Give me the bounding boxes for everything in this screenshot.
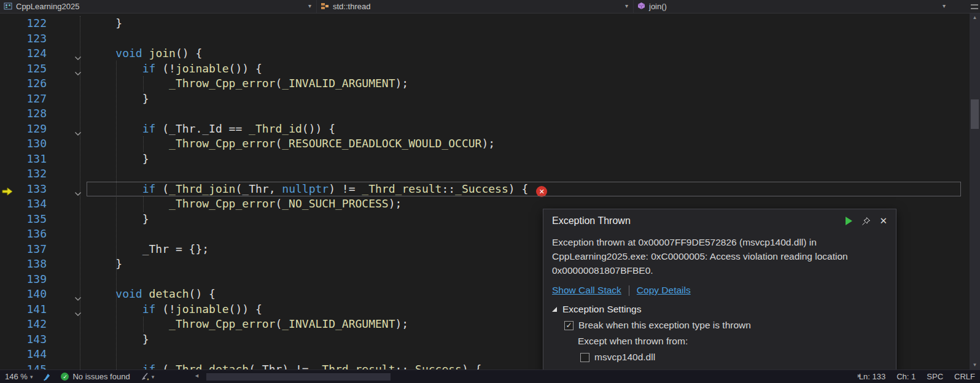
code-line[interactable]: 122 } xyxy=(0,16,970,31)
code-cleanup-button[interactable]: ▾ xyxy=(140,373,155,381)
line-number: 130 xyxy=(0,136,47,152)
fold-chevron-icon[interactable] xyxy=(74,50,84,57)
code-text: } xyxy=(89,257,122,272)
code-line[interactable]: 126 _Throw_Cpp_error(_INVALID_ARGUMENT); xyxy=(0,76,970,91)
line-number: 129 xyxy=(0,122,47,137)
popup-title: Exception Thrown xyxy=(552,215,836,226)
module-checkbox-label: msvcp140d.dll xyxy=(594,352,655,363)
break-checkbox-label: Break when this exception type is thrown xyxy=(578,320,751,331)
chevron-down-icon: ▾ xyxy=(308,2,311,9)
window-split-handle-icon[interactable] xyxy=(971,4,978,9)
code-text: _Throw_Cpp_error(_RESOURCE_DEADLOCK_WOUL… xyxy=(89,136,495,152)
fold-chevron-icon[interactable] xyxy=(74,306,84,313)
line-number: 142 xyxy=(0,317,47,332)
code-line[interactable]: 129 if (_Thr._Id == _Thrd_id()) { xyxy=(0,122,970,137)
blue-marker-icon[interactable] xyxy=(42,373,51,381)
scroll-down-icon[interactable]: ▼ xyxy=(970,361,980,369)
code-line[interactable]: 124 void join() { xyxy=(0,46,970,61)
code-text: _Thr = {}; xyxy=(89,242,209,257)
navigation-bar: CppLearning2025 ▾ std::thread ▾ join() ▾ xyxy=(0,0,980,14)
code-text: if (_Thrd_detach(_Thr) != _Thrd_result::… xyxy=(89,362,481,370)
line-number: 143 xyxy=(0,332,47,347)
continue-button[interactable] xyxy=(844,216,853,226)
line-number: 126 xyxy=(0,76,47,91)
line-number: 122 xyxy=(0,16,47,31)
line-number: 136 xyxy=(0,226,47,242)
line-number: 144 xyxy=(0,347,47,362)
zoom-control[interactable]: 146 % ▾ xyxy=(5,372,33,381)
horizontal-scrollbar[interactable]: ◄ ► xyxy=(194,370,862,383)
line-number: 132 xyxy=(0,166,47,182)
scroll-up-icon[interactable]: ▲ xyxy=(970,14,980,22)
code-text: _Throw_Cpp_error(_INVALID_ARGUMENT); xyxy=(89,76,408,91)
member-dropdown[interactable]: join() ▾ xyxy=(634,0,951,13)
code-line[interactable]: 127 } xyxy=(0,91,970,107)
project-dropdown[interactable]: CppLearning2025 ▾ xyxy=(0,0,317,13)
chevron-down-icon: ▾ xyxy=(625,2,628,9)
class-icon xyxy=(321,1,329,12)
code-line[interactable]: 128 xyxy=(0,106,970,122)
code-text: } xyxy=(89,212,149,227)
project-icon xyxy=(4,1,12,12)
exception-message: Exception thrown at 0x00007FF9DE572826 (… xyxy=(552,235,884,277)
code-line[interactable]: 125 if (!joinable()) { xyxy=(0,61,970,77)
show-call-stack-link[interactable]: Show Call Stack xyxy=(552,285,621,296)
exception-badge-icon[interactable]: ✕ xyxy=(536,186,547,197)
copy-details-link[interactable]: Copy Details xyxy=(637,285,691,296)
scrollbar-thumb[interactable] xyxy=(971,99,979,129)
pin-icon[interactable] xyxy=(861,217,871,226)
scrollbar-thumb[interactable] xyxy=(206,373,391,381)
scope-dropdown[interactable]: std::thread ▾ xyxy=(317,0,634,13)
scope-name: std::thread xyxy=(333,2,370,11)
chevron-down-icon: ▾ xyxy=(152,374,155,380)
code-text: if (!joinable()) { xyxy=(89,61,262,77)
health-label: No issues found xyxy=(72,372,130,381)
exception-popup: Exception Thrown ✕ Exception thrown at 0… xyxy=(543,209,896,373)
code-line[interactable]: 131 } xyxy=(0,152,970,167)
scroll-left-icon[interactable]: ◄ xyxy=(194,373,200,379)
code-line[interactable]: 132 xyxy=(0,166,970,182)
code-line[interactable]: 133 if (_Thrd_join(_Thr, nullptr) != _Th… xyxy=(0,182,970,197)
line-number: 123 xyxy=(0,31,47,47)
close-icon[interactable]: ✕ xyxy=(879,215,887,226)
code-line[interactable]: 123 xyxy=(0,31,970,47)
code-text: } xyxy=(89,16,122,31)
chevron-down-icon: ▾ xyxy=(30,374,33,380)
code-text: _Throw_Cpp_error(_NO_SUCH_PROCESS); xyxy=(89,196,402,212)
fold-chevron-icon[interactable] xyxy=(74,125,84,133)
line-number: 124 xyxy=(0,46,47,61)
settings-header-label: Exception Settings xyxy=(562,304,641,315)
vertical-scrollbar[interactable]: ▲ ▼ xyxy=(970,14,980,369)
fold-chevron-icon[interactable] xyxy=(74,185,84,193)
insert-mode-indicator[interactable]: SPC xyxy=(927,372,943,381)
chevron-down-icon: ▾ xyxy=(943,2,946,9)
code-text: } xyxy=(89,152,149,167)
line-number: 140 xyxy=(0,287,47,302)
code-text: _Throw_Cpp_error(_INVALID_ARGUMENT); xyxy=(89,317,408,332)
exception-settings-header[interactable]: Exception Settings xyxy=(552,304,887,315)
method-icon xyxy=(637,1,645,12)
line-ending-indicator[interactable]: CRLF xyxy=(954,372,975,381)
navbar-right xyxy=(951,0,980,13)
code-line[interactable]: 130 _Throw_Cpp_error(_RESOURCE_DEADLOCK_… xyxy=(0,136,970,152)
member-name: join() xyxy=(649,2,667,11)
line-number: 131 xyxy=(0,152,47,167)
break-checkbox[interactable] xyxy=(564,321,574,330)
code-text: } xyxy=(89,332,149,347)
line-number: 137 xyxy=(0,242,47,257)
code-text: } xyxy=(89,91,149,107)
line-number: 138 xyxy=(0,257,47,272)
code-text: if (!joinable()) { xyxy=(89,302,262,317)
column-indicator[interactable]: Ch: 1 xyxy=(896,372,916,381)
line-indicator[interactable]: Ln: 133 xyxy=(859,372,885,381)
line-number: 139 xyxy=(0,272,47,287)
document-health[interactable]: ✓ No issues found xyxy=(61,372,130,381)
line-number: 128 xyxy=(0,106,47,122)
fold-chevron-icon[interactable] xyxy=(74,290,84,298)
module-checkbox[interactable] xyxy=(580,353,589,362)
except-when-label: Except when thrown from: xyxy=(552,336,887,347)
fold-chevron-icon[interactable] xyxy=(74,65,84,72)
code-text: void detach() { xyxy=(89,287,216,302)
line-number: 135 xyxy=(0,212,47,227)
code-text: if (_Thr._Id == _Thrd_id()) { xyxy=(89,122,335,137)
